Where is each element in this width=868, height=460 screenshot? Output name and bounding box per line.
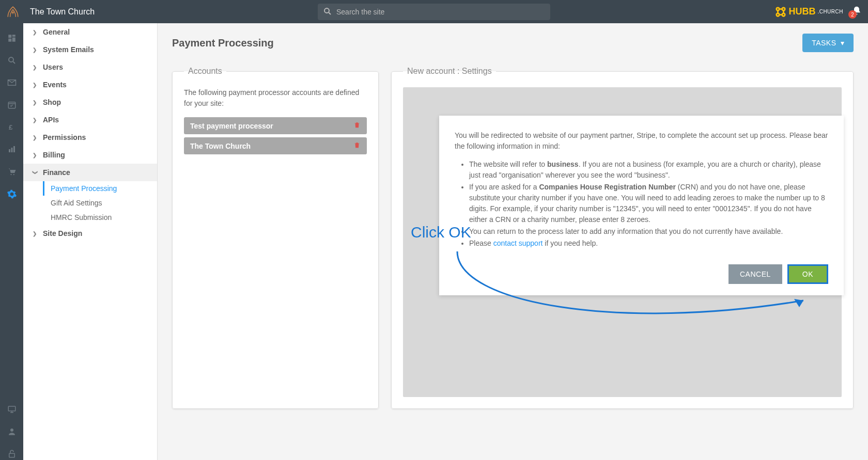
svg-rect-15 xyxy=(8,39,11,42)
chevron-right-icon: ❯ xyxy=(33,65,38,70)
side-nav: ❯General ❯System Emails ❯Users ❯Events ❯… xyxy=(23,23,158,460)
hubb-brand-text: HUBB xyxy=(788,6,815,17)
accounts-panel: Accounts The following payment processor… xyxy=(172,67,379,409)
chevron-down-icon: ❯ xyxy=(33,170,38,175)
account-name: The Town Church xyxy=(190,142,251,150)
modal-bullet-2: If you are asked for a Companies House R… xyxy=(469,182,828,225)
svg-rect-12 xyxy=(8,35,11,38)
modal-bullet-4: Please contact support if you need help. xyxy=(469,238,828,249)
nav-label: Billing xyxy=(43,151,65,159)
nav-label: Permissions xyxy=(43,133,86,141)
chevron-right-icon: ❯ xyxy=(33,152,38,158)
chevron-right-icon: ❯ xyxy=(33,82,38,88)
rail-user-icon[interactable] xyxy=(7,427,17,438)
cancel-button[interactable]: CANCEL xyxy=(729,264,782,284)
svg-point-7 xyxy=(782,13,785,16)
search-wrap xyxy=(318,4,550,20)
caret-down-icon: ▾ xyxy=(841,39,845,47)
nav-label: Finance xyxy=(43,168,70,177)
nav-label: General xyxy=(43,28,70,36)
svg-text:£: £ xyxy=(9,123,13,131)
logo-arch xyxy=(6,5,20,19)
svg-point-4 xyxy=(777,7,780,10)
chevron-right-icon: ❯ xyxy=(33,231,38,236)
nav-system-emails[interactable]: ❯System Emails xyxy=(23,41,157,58)
stripe-info-modal: You will be redirected to website of our… xyxy=(439,116,844,295)
modal-bullet-1: The website will refer to business. If y… xyxy=(469,159,828,181)
account-row[interactable]: Test payment processor xyxy=(184,117,367,134)
nav-billing[interactable]: ❯Billing xyxy=(23,146,157,164)
svg-rect-21 xyxy=(9,149,10,152)
hubb-brand-sub: .CHURCH xyxy=(817,9,843,14)
chevron-right-icon: ❯ xyxy=(33,117,38,123)
svg-rect-13 xyxy=(12,35,15,37)
nav-site-design[interactable]: ❯Site Design xyxy=(23,225,157,242)
settings-body: You will be redirected to website of our… xyxy=(403,87,842,397)
chevron-right-icon: ❯ xyxy=(33,47,38,53)
page-title: Payment Processing xyxy=(172,37,274,49)
accounts-legend: Accounts xyxy=(184,67,226,76)
search-icon xyxy=(323,7,332,18)
contact-support-link[interactable]: contact support xyxy=(493,239,543,247)
account-name: Test payment processor xyxy=(190,122,273,130)
hubb-brand[interactable]: HUBB.CHURCH xyxy=(775,6,843,18)
chevron-right-icon: ❯ xyxy=(33,100,38,105)
rail-search-icon[interactable] xyxy=(7,56,17,67)
nav-label: Events xyxy=(43,81,67,89)
svg-rect-22 xyxy=(11,148,12,152)
rail-cart-icon[interactable] xyxy=(7,167,17,178)
svg-line-17 xyxy=(13,61,15,64)
account-row[interactable]: The Town Church xyxy=(184,137,367,154)
settings-legend: New account : Settings xyxy=(403,67,496,76)
modal-bullet-3: You can return to the process later to a… xyxy=(469,226,828,237)
nav-label: Users xyxy=(43,63,63,71)
chevron-right-icon: ❯ xyxy=(33,135,38,140)
svg-rect-23 xyxy=(13,146,15,152)
notification-badge: 2 xyxy=(848,10,857,19)
svg-rect-14 xyxy=(12,38,15,42)
rail-lock-icon[interactable] xyxy=(7,449,17,460)
nav-permissions[interactable]: ❯Permissions xyxy=(23,129,157,146)
subnav-payment-processing[interactable]: Payment Processing xyxy=(43,181,157,196)
nav-label: Shop xyxy=(43,98,61,106)
svg-point-5 xyxy=(782,7,785,10)
svg-point-25 xyxy=(13,174,14,175)
svg-point-16 xyxy=(9,57,13,62)
rail-settings-icon[interactable] xyxy=(7,189,17,201)
nav-label: APIs xyxy=(43,116,59,124)
rail-dashboard-icon[interactable] xyxy=(7,34,17,44)
nav-shop[interactable]: ❯Shop xyxy=(23,93,157,111)
svg-rect-26 xyxy=(8,406,16,411)
svg-point-24 xyxy=(10,174,11,175)
rail-mail-icon[interactable] xyxy=(7,78,17,89)
notifications-button[interactable]: 2 xyxy=(851,6,862,18)
rail-pound-icon[interactable]: £ xyxy=(7,122,17,133)
icon-rail: £ xyxy=(0,23,23,460)
trash-icon[interactable] xyxy=(353,121,361,130)
rail-calendar-icon[interactable] xyxy=(7,100,17,111)
svg-rect-30 xyxy=(9,453,14,457)
ok-button[interactable]: OK xyxy=(787,264,828,284)
rail-monitor-icon[interactable] xyxy=(7,405,17,416)
svg-point-6 xyxy=(777,13,780,16)
hubb-logo-icon xyxy=(775,6,786,18)
site-name: The Town Church xyxy=(30,7,95,17)
rail-chart-icon[interactable] xyxy=(7,145,17,155)
nav-events[interactable]: ❯Events xyxy=(23,76,157,93)
chevron-right-icon: ❯ xyxy=(33,29,38,35)
top-bar: The Town Church HUBB.CHURCH 2 xyxy=(0,0,868,23)
tasks-button[interactable]: TASKS ▾ xyxy=(802,34,854,52)
main-content: Payment Processing TASKS ▾ Accounts The … xyxy=(158,23,868,460)
search-input[interactable] xyxy=(318,4,550,20)
nav-users[interactable]: ❯Users xyxy=(23,58,157,76)
svg-point-2 xyxy=(324,8,329,13)
trash-icon[interactable] xyxy=(353,141,361,150)
svg-point-29 xyxy=(10,429,13,432)
nav-label: Site Design xyxy=(43,229,82,237)
nav-general[interactable]: ❯General xyxy=(23,23,157,41)
nav-apis[interactable]: ❯APIs xyxy=(23,111,157,129)
subnav-gift-aid[interactable]: Gift Aid Settings xyxy=(43,196,157,210)
nav-finance[interactable]: ❯Finance xyxy=(23,164,157,181)
settings-panel: New account : Settings You will be redir… xyxy=(391,67,854,409)
subnav-hmrc[interactable]: HMRC Submission xyxy=(43,210,157,225)
